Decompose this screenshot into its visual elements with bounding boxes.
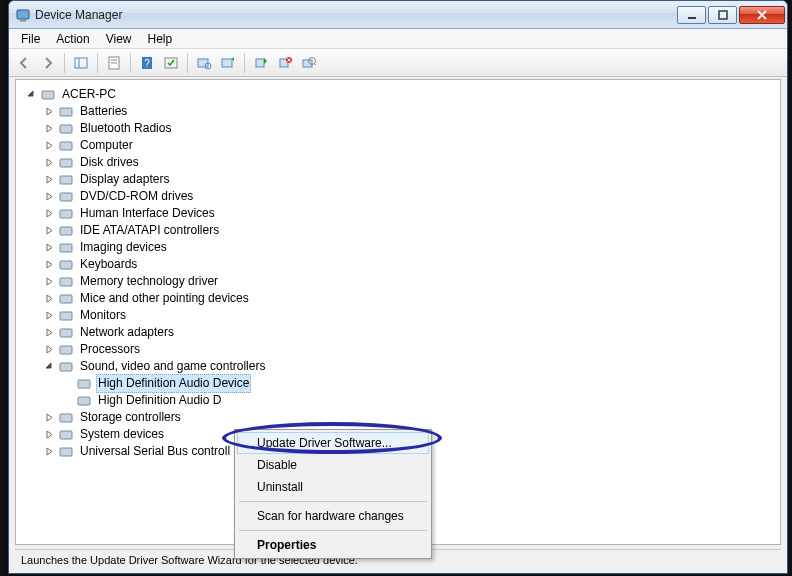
tree-item-label: Monitors bbox=[78, 307, 128, 324]
tree-category[interactable]: Imaging devices bbox=[26, 239, 780, 256]
expand-icon[interactable] bbox=[44, 412, 55, 423]
separator bbox=[130, 53, 131, 73]
back-button[interactable] bbox=[13, 52, 35, 74]
tree-item-label: IDE ATA/ATAPI controllers bbox=[78, 222, 221, 239]
tree-category-expanded[interactable]: Sound, video and game controllers bbox=[26, 358, 780, 375]
close-button[interactable] bbox=[739, 6, 785, 24]
tree-item-label: High Definition Audio D bbox=[96, 392, 223, 409]
menu-item-scan-for-hardware-changes[interactable]: Scan for hardware changes bbox=[237, 505, 429, 527]
menubar: File Action View Help bbox=[9, 29, 787, 49]
tree-category[interactable]: Bluetooth Radios bbox=[26, 120, 780, 137]
device-icon bbox=[58, 325, 74, 341]
update-button[interactable] bbox=[217, 52, 239, 74]
expand-icon[interactable] bbox=[44, 106, 55, 117]
expand-icon[interactable] bbox=[44, 157, 55, 168]
help-button[interactable]: ? bbox=[136, 52, 158, 74]
menu-item-uninstall[interactable]: Uninstall bbox=[237, 476, 429, 498]
tree-device-selected[interactable]: High Definition Audio Device bbox=[26, 375, 780, 392]
tree-category[interactable]: Disk drives bbox=[26, 154, 780, 171]
device-icon bbox=[58, 121, 74, 137]
svg-rect-27 bbox=[60, 193, 72, 201]
device-icon bbox=[58, 274, 74, 290]
svg-rect-31 bbox=[60, 261, 72, 269]
menu-view[interactable]: View bbox=[98, 30, 140, 48]
svg-rect-22 bbox=[60, 108, 72, 116]
tree-category[interactable]: Monitors bbox=[26, 307, 780, 324]
tree-category[interactable]: Batteries bbox=[26, 103, 780, 120]
menu-file[interactable]: File bbox=[13, 30, 48, 48]
expand-icon[interactable] bbox=[44, 123, 55, 134]
enable-button[interactable] bbox=[250, 52, 272, 74]
device-icon bbox=[58, 155, 74, 171]
expand-icon[interactable] bbox=[44, 242, 55, 253]
show-hide-tree-button[interactable] bbox=[70, 52, 92, 74]
device-icon bbox=[58, 189, 74, 205]
app-icon bbox=[15, 7, 31, 23]
tree-category[interactable]: Network adapters bbox=[26, 324, 780, 341]
expand-icon[interactable] bbox=[44, 344, 55, 355]
tree-category[interactable]: Display adapters bbox=[26, 171, 780, 188]
expand-icon[interactable] bbox=[44, 191, 55, 202]
svg-rect-37 bbox=[60, 363, 72, 371]
device-icon bbox=[58, 444, 74, 460]
expand-icon[interactable] bbox=[44, 293, 55, 304]
tree-category[interactable]: DVD/CD-ROM drives bbox=[26, 188, 780, 205]
scan-button[interactable] bbox=[193, 52, 215, 74]
tree-item-label: Display adapters bbox=[78, 171, 171, 188]
uninstall-button[interactable] bbox=[274, 52, 296, 74]
tree-root-node[interactable]: ACER-PC bbox=[26, 86, 780, 103]
collapse-icon[interactable] bbox=[26, 89, 37, 100]
maximize-button[interactable] bbox=[708, 6, 737, 24]
window-controls bbox=[675, 6, 785, 24]
scan-hardware-button[interactable] bbox=[298, 52, 320, 74]
tree-item-label: High Definition Audio Device bbox=[96, 374, 251, 393]
tree-category[interactable]: Keyboards bbox=[26, 256, 780, 273]
menu-help[interactable]: Help bbox=[140, 30, 181, 48]
tree-item-label: Computer bbox=[78, 137, 135, 154]
titlebar[interactable]: Device Manager bbox=[9, 1, 787, 29]
svg-line-20 bbox=[314, 63, 316, 65]
svg-rect-39 bbox=[78, 397, 90, 405]
tree-category[interactable]: Mice and other pointing devices bbox=[26, 290, 780, 307]
tree-category[interactable]: Processors bbox=[26, 341, 780, 358]
svg-rect-32 bbox=[60, 278, 72, 286]
svg-rect-4 bbox=[75, 58, 87, 68]
expand-icon[interactable] bbox=[44, 429, 55, 440]
expand-icon[interactable] bbox=[44, 276, 55, 287]
window-title: Device Manager bbox=[15, 7, 675, 23]
menu-item-update-driver-software[interactable]: Update Driver Software... bbox=[237, 432, 429, 454]
expand-icon[interactable] bbox=[44, 225, 55, 236]
forward-button[interactable] bbox=[37, 52, 59, 74]
properties-button[interactable] bbox=[103, 52, 125, 74]
expand-icon[interactable] bbox=[44, 174, 55, 185]
computer-icon bbox=[40, 87, 56, 103]
menu-item-disable[interactable]: Disable bbox=[237, 454, 429, 476]
svg-rect-40 bbox=[60, 414, 72, 422]
menu-item-properties[interactable]: Properties bbox=[237, 534, 429, 556]
tree-item-label: Human Interface Devices bbox=[78, 205, 217, 222]
svg-rect-23 bbox=[60, 125, 72, 133]
expand-icon[interactable] bbox=[44, 140, 55, 151]
svg-rect-33 bbox=[60, 295, 72, 303]
tree-category[interactable]: Human Interface Devices bbox=[26, 205, 780, 222]
minimize-button[interactable] bbox=[677, 6, 706, 24]
expand-icon[interactable] bbox=[44, 327, 55, 338]
action-button[interactable] bbox=[160, 52, 182, 74]
tree-category[interactable]: Storage controllers bbox=[26, 409, 780, 426]
tree-category[interactable]: Computer bbox=[26, 137, 780, 154]
tree-category[interactable]: IDE ATA/ATAPI controllers bbox=[26, 222, 780, 239]
menu-action[interactable]: Action bbox=[48, 30, 97, 48]
expand-icon[interactable] bbox=[44, 208, 55, 219]
svg-rect-35 bbox=[60, 329, 72, 337]
svg-rect-3 bbox=[719, 11, 727, 19]
expand-icon[interactable] bbox=[44, 446, 55, 457]
svg-rect-30 bbox=[60, 244, 72, 252]
device-icon bbox=[58, 308, 74, 324]
separator bbox=[97, 53, 98, 73]
expand-icon[interactable] bbox=[44, 310, 55, 321]
device-icon bbox=[58, 427, 74, 443]
collapse-icon[interactable] bbox=[44, 361, 55, 372]
tree-category[interactable]: Memory technology driver bbox=[26, 273, 780, 290]
expand-icon[interactable] bbox=[44, 259, 55, 270]
tree-device[interactable]: High Definition Audio D bbox=[26, 392, 780, 409]
